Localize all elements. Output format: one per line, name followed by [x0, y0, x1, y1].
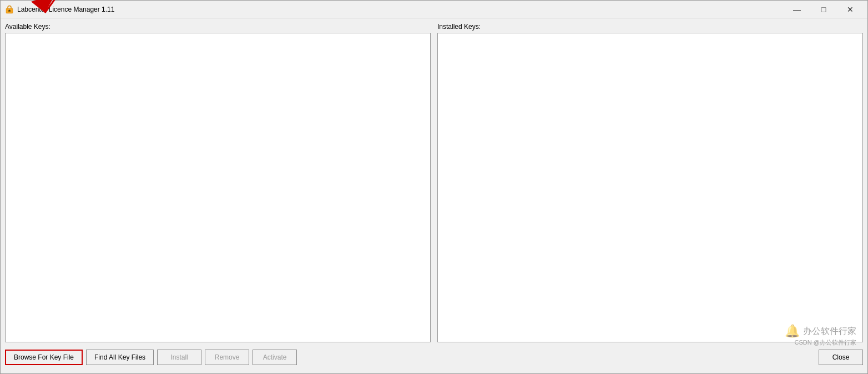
title-bar: Labcenter Licence Manager 1.11 — □ ✕ [1, 1, 867, 18]
available-keys-label: Available Keys: [5, 23, 431, 31]
installed-keys-panel: Installed Keys: [437, 23, 863, 342]
find-all-key-files-button[interactable]: Find All Key Files [86, 350, 154, 365]
install-button[interactable]: Install [157, 350, 201, 365]
title-bar-controls: — □ ✕ [784, 1, 863, 18]
window-title: Labcenter Licence Manager 1.11 [17, 6, 114, 13]
close-window-button[interactable]: ✕ [837, 1, 863, 18]
available-keys-listbox[interactable] [5, 33, 431, 342]
maximize-button[interactable]: □ [811, 1, 836, 18]
panels-row: Available Keys: Installed Keys: [5, 23, 863, 342]
buttons-row: Browse For Key File Find All Key Files I… [5, 346, 863, 369]
installed-keys-listbox[interactable] [437, 33, 863, 342]
activate-button[interactable]: Activate [253, 350, 297, 365]
remove-button[interactable]: Remove [205, 350, 249, 365]
svg-point-2 [9, 9, 10, 11]
browse-key-file-button[interactable]: Browse For Key File [5, 350, 83, 365]
main-window: Labcenter Licence Manager 1.11 — □ ✕ Ava… [0, 0, 868, 374]
app-icon [5, 5, 14, 14]
available-keys-panel: Available Keys: [5, 23, 431, 342]
close-button[interactable]: Close [819, 350, 863, 365]
title-bar-left: Labcenter Licence Manager 1.11 [5, 5, 114, 14]
minimize-button[interactable]: — [784, 1, 810, 18]
installed-keys-label: Installed Keys: [437, 23, 863, 31]
content-area: Available Keys: Installed Keys: 🔔 办公软件行家… [1, 18, 867, 373]
